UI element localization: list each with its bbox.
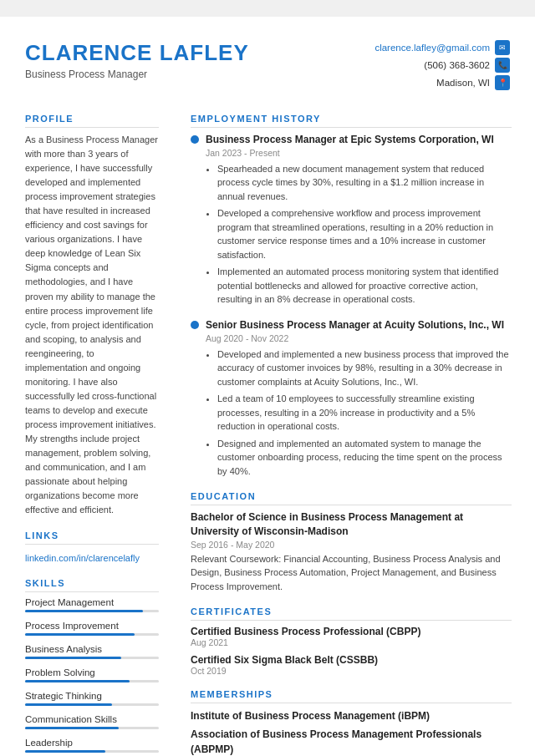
skill-name: Process Improvement: [25, 621, 159, 631]
skill-item: Communication Skills: [25, 714, 159, 729]
cert-date: Aug 2021: [191, 637, 512, 647]
education-section-title: EDUCATION: [191, 491, 512, 505]
skill-name: Problem Solving: [25, 667, 159, 677]
job-title: Senior Business Process Manager at Acuit…: [206, 318, 504, 332]
skill-bar-background: [25, 657, 159, 659]
contact-phone: (506) 368-3602 📞: [424, 58, 510, 73]
certs-list: Certified Business Process Professional …: [191, 626, 512, 676]
skill-bar-background: [25, 680, 159, 682]
contact-location: Madison, WI 📍: [436, 75, 510, 90]
cert-name: Certified Six Sigma Black Belt (CSSBB): [191, 654, 512, 666]
edu-description: Relevant Coursework: Financial Accountin…: [191, 552, 512, 594]
job-bullet: Spearheaded a new document management sy…: [217, 162, 512, 204]
right-column: EMPLOYMENT HISTORY Business Process Mana…: [176, 105, 535, 756]
skill-name: Communication Skills: [25, 714, 159, 724]
skill-name: Project Management: [25, 597, 159, 607]
skill-bar-fill: [25, 680, 130, 682]
skill-bar-background: [25, 750, 159, 753]
skills-section-title: SKILLS: [25, 578, 159, 592]
certificates-section-title: CERTIFICATES: [191, 606, 512, 621]
job-bullet: Developed and implemented a new business…: [217, 348, 512, 389]
header-left: CLARENCE LAFLEY Business Process Manager: [25, 40, 249, 80]
skill-bar-fill: [25, 750, 105, 753]
edu-degree: Bachelor of Science in Business Process …: [191, 510, 512, 539]
skill-item: Problem Solving: [25, 667, 159, 682]
job-bullet: Led a team of 10 employees to successful…: [217, 392, 512, 434]
education-block: Bachelor of Science in Business Process …: [191, 510, 512, 593]
email-link[interactable]: clarence.lafley@gmail.com: [374, 43, 490, 53]
skill-name: Strategic Thinking: [25, 691, 159, 701]
skill-bar-background: [25, 703, 159, 706]
links-section-title: LINKS: [25, 530, 159, 545]
contact-email: clarence.lafley@gmail.com ✉: [374, 40, 510, 55]
memberships-section-title: MEMBERSHIPS: [191, 689, 512, 703]
profile-section-title: PROFILE: [25, 114, 159, 128]
job-title: Business Process Manager at Epic Systems…: [206, 133, 494, 147]
header-right: clarence.lafley@gmail.com ✉ (506) 368-36…: [374, 40, 510, 90]
skill-name: Leadership: [25, 738, 159, 748]
cert-date: Oct 2019: [191, 666, 512, 676]
members-list: Institute of Business Process Management…: [191, 708, 512, 756]
skill-bar-fill: [25, 610, 143, 612]
skill-bar-fill: [25, 657, 121, 659]
job-dot: [191, 135, 199, 144]
job-block: Senior Business Process Manager at Acuit…: [191, 318, 512, 478]
cert-name: Certified Business Process Professional …: [191, 626, 512, 637]
candidate-name: CLARENCE LAFLEY: [25, 40, 249, 66]
cert-block: Certified Business Process Professional …: [191, 626, 512, 647]
location-icon: 📍: [495, 75, 510, 90]
skill-item: Process Improvement: [25, 621, 159, 636]
skill-bar-fill: [25, 703, 112, 706]
job-header: Senior Business Process Manager at Acuit…: [191, 318, 512, 332]
skill-item: Project Management: [25, 597, 159, 612]
employment-section-title: EMPLOYMENT HISTORY: [191, 114, 512, 128]
job-header: Business Process Manager at Epic Systems…: [191, 133, 512, 147]
job-bullet: Designed and implemented an automated sy…: [217, 437, 512, 479]
skills-list: Project Management Process Improvement B…: [25, 597, 159, 753]
linkedin-link[interactable]: linkedin.com/in/clarencelafly: [25, 553, 140, 563]
skill-bar-fill: [25, 727, 119, 729]
phone-icon: 📞: [495, 58, 510, 73]
skill-item: Leadership: [25, 738, 159, 753]
resume-body: PROFILE As a Business Process Manager wi…: [0, 105, 535, 756]
skill-bar-background: [25, 610, 159, 612]
job-dates: Jan 2023 - Present: [206, 148, 512, 158]
job-bullet: Implemented an automated process monitor…: [217, 265, 512, 307]
job-dates: Aug 2020 - Nov 2022: [206, 333, 512, 343]
skill-item: Strategic Thinking: [25, 691, 159, 706]
job-bullets-list: Developed and implemented a new business…: [206, 348, 512, 479]
job-dot: [191, 321, 199, 329]
job-block: Business Process Manager at Epic Systems…: [191, 133, 512, 307]
job-bullets-list: Spearheaded a new document management sy…: [206, 162, 512, 307]
skill-bar-background: [25, 633, 159, 636]
membership-item: Institute of Business Process Management…: [191, 708, 512, 723]
left-column: PROFILE As a Business Process Manager wi…: [0, 105, 176, 756]
edu-dates: Sep 2016 - May 2020: [191, 540, 512, 550]
skill-bar-background: [25, 727, 159, 729]
phone-text: (506) 368-3602: [424, 60, 490, 70]
skill-name: Business Analysis: [25, 644, 159, 654]
resume-container: CLARENCE LAFLEY Business Process Manager…: [0, 17, 535, 756]
candidate-title: Business Process Manager: [25, 68, 249, 80]
skill-item: Business Analysis: [25, 644, 159, 659]
email-icon: ✉: [495, 40, 510, 55]
membership-item: Association of Business Process Manageme…: [191, 727, 512, 756]
job-bullet: Developed a comprehensive workflow and p…: [217, 206, 512, 261]
location-text: Madison, WI: [436, 78, 490, 88]
profile-text: As a Business Process Manager with more …: [25, 133, 159, 517]
skill-bar-fill: [25, 633, 135, 636]
resume-header: CLARENCE LAFLEY Business Process Manager…: [0, 17, 535, 105]
cert-block: Certified Six Sigma Black Belt (CSSBB) O…: [191, 654, 512, 676]
jobs-list: Business Process Manager at Epic Systems…: [191, 133, 512, 478]
